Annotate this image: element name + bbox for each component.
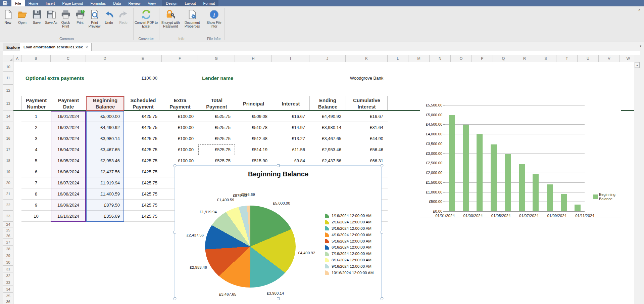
bar-chart[interactable]: £0.00£500.00£1,000.00£1,500.00£2,000.00£… <box>420 100 621 217</box>
cell-date[interactable]: 16/10/2024 <box>51 211 86 222</box>
cell-n[interactable]: 5 <box>21 155 51 166</box>
column-header-o[interactable]: O <box>451 55 472 62</box>
cell-begin[interactable]: £3,980.14 <box>86 133 124 144</box>
redo-button[interactable]: Redo <box>116 8 131 28</box>
cell-date[interactable]: 16/02/2024 <box>51 122 86 133</box>
scroll-up-button[interactable]: ▲ <box>635 62 640 68</box>
new-button[interactable]: New <box>1 8 15 28</box>
cell-sched[interactable]: £425.75 <box>124 144 162 155</box>
cell-ending[interactable]: £4,490.92 <box>309 111 346 122</box>
cell-date[interactable]: 16/07/2024 <box>51 177 86 188</box>
row-header-28[interactable]: 28 <box>3 246 13 252</box>
cell-extra[interactable]: £100.00 <box>162 155 198 166</box>
cell-cum[interactable]: £56.46 <box>346 144 388 155</box>
cell-sched[interactable]: £425.75 <box>124 177 162 188</box>
pie-chart-disc[interactable] <box>205 206 296 288</box>
row-header-19[interactable]: 19 <box>3 166 13 177</box>
cell-date[interactable]: 16/01/2024 <box>51 111 86 122</box>
column-header-i[interactable]: I <box>272 55 309 62</box>
cell-date[interactable]: 16/06/2024 <box>51 166 86 177</box>
cell-optional-extra-payments[interactable]: Optional extra payments <box>21 72 124 85</box>
save-as-button[interactable]: Save As <box>44 8 58 28</box>
cell-sched[interactable]: £425.75 <box>124 166 162 177</box>
row-header-31[interactable]: 31 <box>3 266 13 272</box>
table-header-principal[interactable]: Principal <box>235 96 272 111</box>
menu-tab-formulas[interactable]: Formulas <box>87 0 109 6</box>
cell-n[interactable]: 6 <box>21 166 51 177</box>
cell-sched[interactable]: £425.75 <box>124 188 162 200</box>
row-header-16[interactable]: 16 <box>3 133 13 144</box>
table-header-scheduled-payment[interactable]: Scheduled Payment <box>124 96 162 111</box>
menu-tab-layout[interactable]: Layout <box>181 0 199 6</box>
table-header-interest[interactable]: Interest <box>272 96 309 111</box>
encrypt-with-password-button[interactable]: Encrypt with Password <box>160 8 182 28</box>
open-button[interactable]: Open <box>15 8 30 28</box>
menu-tab-insert[interactable]: Insert <box>42 0 59 6</box>
bar[interactable] <box>533 174 539 211</box>
cell-lender-name-label[interactable]: Lender name <box>198 72 272 85</box>
vertical-scrollbar[interactable] <box>634 55 640 304</box>
bar[interactable] <box>491 144 497 211</box>
cell-date[interactable]: 16/03/2024 <box>51 133 86 144</box>
row-header-23[interactable]: 23 <box>3 211 13 222</box>
tab-list-dropdown-icon[interactable]: ▾ <box>640 44 641 48</box>
cell-ending[interactable]: £3,980.14 <box>309 122 346 133</box>
cell-interest[interactable]: £11.56 <box>272 144 309 155</box>
menu-tab-home[interactable]: Home <box>25 0 42 6</box>
cell-date[interactable]: 16/05/2024 <box>51 155 86 166</box>
row-header-15[interactable]: 15 <box>3 122 13 133</box>
save-button[interactable]: Save <box>30 8 44 28</box>
row-header-34[interactable]: 34 <box>3 286 13 293</box>
menu-tab-file[interactable]: File <box>11 0 25 6</box>
bar[interactable] <box>561 194 567 211</box>
cell-date[interactable]: 16/08/2024 <box>51 188 86 200</box>
cell-n[interactable]: 9 <box>21 200 51 211</box>
cell-begin[interactable]: £3,467.65 <box>86 144 124 155</box>
column-header-s[interactable]: S <box>535 55 556 62</box>
cell-n[interactable]: 10 <box>21 211 51 222</box>
menu-tab-design[interactable]: Design <box>162 0 181 6</box>
bar[interactable] <box>547 184 553 211</box>
select-all-corner[interactable] <box>3 55 13 62</box>
selection-handle[interactable] <box>174 297 177 300</box>
bar[interactable] <box>505 154 511 211</box>
column-header-a[interactable]: A <box>13 55 21 62</box>
cell-lender-name-value[interactable]: Woodgrove Bank <box>346 72 388 85</box>
cell-ending[interactable]: £3,467.65 <box>309 133 346 144</box>
print-button[interactable]: ?Print <box>73 8 87 28</box>
cell-sched[interactable]: £425.75 <box>124 200 162 211</box>
row-header-22[interactable]: 22 <box>3 200 13 211</box>
column-header-m[interactable]: M <box>408 55 430 62</box>
cell-principal[interactable]: £515.90 <box>235 155 272 166</box>
cell-ending[interactable]: £2,953.46 <box>309 144 346 155</box>
undo-button[interactable]: Undo <box>102 8 116 28</box>
cell-n[interactable]: 2 <box>21 122 51 133</box>
table-header-cumulative-interest[interactable]: Cumulative Interest <box>346 96 388 111</box>
show-file-infor-button[interactable]: iShow File Infor <box>204 8 224 28</box>
table-header-payment-number[interactable]: Payment Number <box>21 96 51 111</box>
column-header-p[interactable]: P <box>472 55 493 62</box>
cell-sched[interactable]: £425.75 <box>124 211 162 222</box>
menu-tab-view[interactable]: View <box>144 0 160 6</box>
column-header-h[interactable]: H <box>235 55 272 62</box>
row-header-26[interactable]: 26 <box>3 233 13 239</box>
bar[interactable] <box>449 115 455 211</box>
column-header-k[interactable]: K <box>346 55 388 62</box>
column-header-j[interactable]: J <box>309 55 346 62</box>
column-header-q[interactable]: Q <box>493 55 514 62</box>
row-header-24[interactable]: 24 <box>3 222 13 227</box>
column-header-d[interactable]: D <box>86 55 124 62</box>
cell-principal[interactable]: £512.48 <box>235 133 272 144</box>
row-header-17[interactable]: 17 <box>3 144 13 155</box>
quick-print-button[interactable]: Quick Print <box>58 8 73 28</box>
cell-date[interactable]: 16/04/2024 <box>51 144 86 155</box>
cell-date[interactable]: 16/09/2024 <box>51 200 86 211</box>
cell-total[interactable]: £525.75 <box>198 111 235 122</box>
selection-handle[interactable] <box>277 297 280 300</box>
column-header-r[interactable]: R <box>514 55 535 62</box>
cell-ending[interactable]: £2,437.56 <box>309 155 346 166</box>
bar[interactable] <box>463 125 469 211</box>
cell-sched[interactable]: £425.75 <box>124 155 162 166</box>
cell-begin[interactable]: £4,490.92 <box>86 122 124 133</box>
collapse-ribbon-icon[interactable]: ∧ <box>636 7 642 13</box>
